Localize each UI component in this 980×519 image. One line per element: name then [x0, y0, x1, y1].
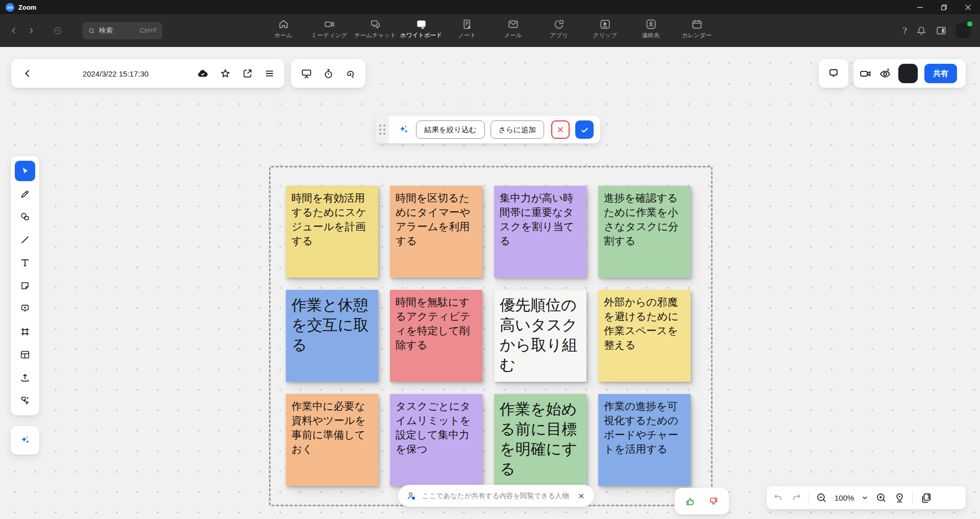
zoom-in-icon[interactable] [875, 492, 887, 504]
pen-tool[interactable] [15, 184, 35, 204]
viewers-notice: ここであなたが共有する内容を閲覧できる人物 [398, 485, 594, 507]
export-icon[interactable] [242, 68, 253, 79]
sticky-note[interactable]: 時間を有効活用するためにスケジュールを計画する [286, 186, 378, 278]
whiteboard-canvas[interactable]: 時間を有効活用するためにスケジュールを計画する 時間を区切るためにタイマーやアラ… [0, 47, 980, 519]
redo-icon[interactable] [791, 492, 802, 504]
menu-icon[interactable] [264, 68, 275, 79]
cursor-icon [20, 166, 31, 177]
upload-tool[interactable] [15, 367, 35, 388]
nav-item-home[interactable]: ホーム [260, 17, 306, 39]
line-tool[interactable] [15, 230, 35, 250]
nav-back-icon[interactable] [7, 24, 20, 37]
collaborator-avatar[interactable] [898, 64, 918, 83]
user-avatar[interactable] [955, 23, 971, 38]
undo-icon[interactable] [773, 492, 784, 504]
sticky-note-text: 集中力が高い時間帯に重要なタスクを割り当てる [500, 192, 574, 246]
nav-item-meetings[interactable]: ミーティング [306, 17, 352, 39]
cloud-saved-icon [197, 67, 209, 80]
share-button[interactable]: 共有 [924, 64, 957, 83]
history-icon[interactable] [51, 24, 64, 37]
camera-icon[interactable] [859, 67, 872, 80]
restore-button[interactable] [932, 0, 956, 14]
sticky-note-tool[interactable] [15, 276, 35, 296]
comments-panel-button[interactable] [819, 59, 848, 88]
online-status-dot [967, 21, 972, 27]
accept-button[interactable] [575, 120, 594, 139]
sticky-note[interactable]: 時間を無駄にするアクティビティを特定して削除する [390, 290, 482, 382]
sticky-note[interactable]: 作業と休憩を交互に取る [286, 290, 378, 382]
sticky-note[interactable]: タスクごとにタイムリミットを設定して集中力を保つ [390, 394, 482, 486]
nav-forward-icon[interactable] [24, 24, 38, 37]
line-icon [19, 234, 31, 245]
nav-item-calendar[interactable]: カレンダー [674, 17, 720, 39]
ai-assistant-button[interactable] [11, 426, 39, 455]
nav-item-clips[interactable]: クリップ [582, 17, 628, 39]
board-title[interactable]: 2024/3/22 15:17:30 [35, 69, 197, 78]
sticky-note-text: 優先順位の高いタスクから取り組む [500, 296, 578, 373]
pages-button[interactable]: 1 [919, 491, 933, 505]
reject-button[interactable] [551, 120, 570, 139]
star-favorite-icon[interactable] [219, 68, 231, 80]
dismiss-notice-icon[interactable] [576, 491, 586, 501]
timer-icon[interactable] [323, 68, 334, 80]
nav-item-whiteboard[interactable]: ホワイトボード [398, 17, 444, 39]
sticky-note[interactable]: 時間を区切るためにタイマーやアラームを利用する [390, 186, 482, 278]
present-screen-icon[interactable] [301, 68, 312, 80]
drag-handle[interactable] [375, 116, 389, 143]
help-icon[interactable]: ? [902, 26, 907, 36]
select-tool[interactable] [15, 161, 35, 181]
close-button[interactable] [956, 0, 980, 14]
board-back-icon[interactable] [20, 66, 35, 81]
thumbs-up-icon[interactable] [685, 496, 696, 507]
nav-item-contacts[interactable]: 連絡先 [628, 17, 674, 39]
sticky-note[interactable]: 作業を始める前に目標を明確にする [494, 394, 586, 486]
minimize-button[interactable] [908, 0, 932, 14]
sticky-note[interactable]: 進捗を確認するために作業を小さなタスクに分割する [598, 186, 691, 278]
board-collab-group: 共有 [853, 59, 966, 88]
sticky-note-text: 作業と休憩を交互に取る [291, 296, 369, 353]
refine-results-button[interactable]: 結果を絞り込む [416, 120, 485, 139]
sticky-note-text: 作業を始める前に目標を明確にする [500, 401, 577, 477]
zoom-dropdown-chevron-icon[interactable] [861, 494, 869, 502]
sticky-note[interactable]: 外部からの邪魔を避けるために作業スペースを整える [598, 290, 691, 382]
titlebar: zm Zoom [0, 0, 980, 14]
table-tool[interactable] [15, 344, 35, 365]
sticky-note-text: 作業の進捗を可視化するためのボードやチャートを活用する [604, 400, 678, 455]
nav-item-team-chat[interactable]: チームチャット [352, 17, 398, 39]
sticky-note-text: 時間を区切るためにタイマーやアラームを利用する [396, 192, 470, 246]
comment-tool[interactable] [15, 299, 35, 319]
frame-tool[interactable] [15, 322, 35, 342]
thumbs-down-icon[interactable] [708, 496, 719, 507]
sticky-note-text: 作業中に必要な資料やツールを事前に準備しておく [291, 400, 365, 455]
canvas-zoom-toolbar: 100% 1 [767, 486, 966, 509]
activity-eye-icon[interactable] [878, 67, 892, 80]
zoom-logo-icon: zm [6, 3, 14, 12]
sticky-note[interactable]: 優先順位の高いタスクから取り組む [494, 290, 586, 382]
sticky-notes-grid: 時間を有効活用するためにスケジュールを計画する 時間を区切るためにタイマーやアラ… [286, 186, 691, 486]
nav-item-notes[interactable]: ノート [444, 17, 490, 39]
search-input[interactable]: 検索 Ctrl+F [83, 22, 162, 39]
side-panel-icon[interactable] [936, 25, 947, 36]
pencil-icon [19, 188, 31, 200]
check-icon [580, 125, 590, 135]
more-tools[interactable] [15, 390, 35, 411]
lasso-draw-icon[interactable] [345, 68, 356, 80]
sticky-note[interactable]: 作業の進捗を可視化するためのボードやチャートを活用する [598, 394, 691, 486]
zoom-out-icon[interactable] [816, 492, 827, 504]
text-tool[interactable] [15, 253, 35, 273]
notifications-bell-icon[interactable] [916, 25, 927, 36]
comment-plus-icon [19, 303, 31, 314]
sticky-note[interactable]: 作業中に必要な資料やツールを事前に準備しておく [286, 394, 378, 486]
nav-item-mail[interactable]: メール [490, 17, 536, 39]
tool-rail [11, 156, 39, 415]
shapes-tool[interactable] [15, 207, 35, 227]
text-icon [19, 257, 31, 268]
minimap-pin-icon[interactable] [894, 492, 905, 504]
sticky-note[interactable]: 集中力が高い時間帯に重要なタスクを割り当てる [494, 186, 586, 278]
zoom-level[interactable]: 100% [835, 493, 854, 502]
add-more-button[interactable]: さらに追加 [491, 120, 545, 139]
frame-icon [19, 326, 31, 337]
nav-item-apps[interactable]: アプリ [536, 17, 582, 39]
viewers-notice-text: ここであなたが共有する内容を閲覧できる人物 [422, 491, 569, 501]
table-icon [19, 349, 31, 360]
